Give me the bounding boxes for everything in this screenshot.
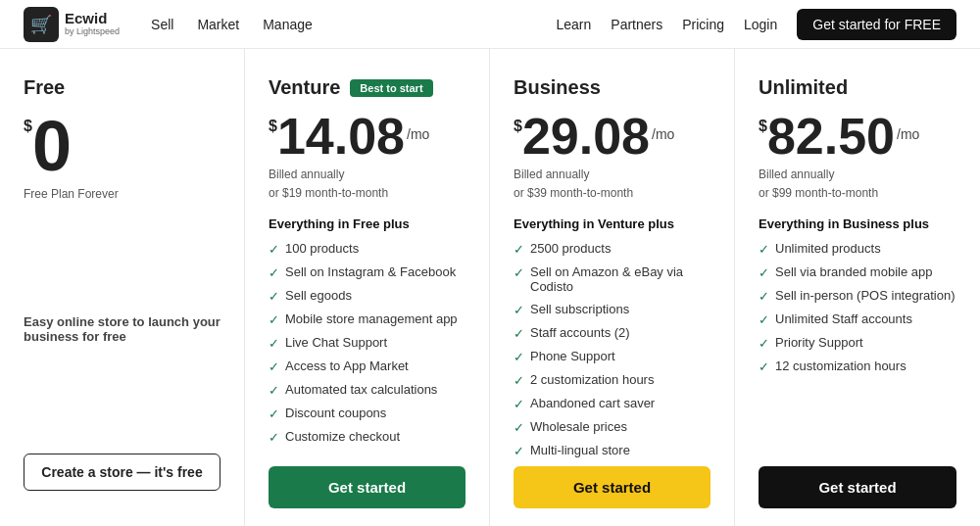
plan-business-billing: Billed annually or $39 month-to-month: [514, 166, 710, 203]
plan-free-billing: Free Plan Forever: [24, 185, 220, 204]
list-item: ✓Mobile store management app: [269, 311, 466, 327]
plan-business-name: Business: [514, 76, 710, 99]
nav-pricing[interactable]: Pricing: [682, 17, 724, 32]
plan-venture-features: ✓100 products ✓Sell on Instagram & Faceb…: [269, 241, 466, 466]
plan-unlimited-cta[interactable]: Get started: [759, 466, 956, 508]
plan-business-dollar: $: [514, 119, 522, 134]
plan-venture-cta[interactable]: Get started: [269, 466, 466, 508]
list-item: ✓12 customization hours: [759, 359, 956, 374]
nav-links-left: Sell Market Manage: [151, 17, 313, 32]
list-item: ✓Sell on Amazon & eBay via Codisto: [514, 264, 710, 294]
plan-venture: Venture Best to start $ 14.08 /mo Billed…: [245, 49, 490, 526]
list-item: ✓100 products: [269, 241, 466, 257]
list-item: ✓Sell subscriptions: [514, 302, 710, 317]
plan-free-amount: 0: [32, 111, 72, 181]
plan-free-price-row: $ 0: [24, 111, 220, 181]
nav-get-started[interactable]: Get started for FREE: [797, 9, 956, 40]
plan-business-period: /mo: [652, 126, 674, 142]
nav-manage[interactable]: Manage: [263, 17, 313, 32]
plan-business: Business $ 29.08 /mo Billed annually or …: [490, 49, 735, 526]
plan-unlimited-period: /mo: [897, 126, 919, 142]
brand-name: Ecwid: [65, 11, 120, 27]
plan-venture-period: /mo: [407, 126, 429, 142]
list-item: ✓Abandoned cart saver: [514, 396, 710, 411]
plan-unlimited-dollar: $: [759, 119, 767, 134]
plan-unlimited-features-title: Everything in Business plus: [759, 216, 956, 231]
list-item: ✓Unlimited products: [759, 241, 956, 257]
nav-market[interactable]: Market: [197, 17, 239, 32]
list-item: ✓Sell in-person (POS integration): [759, 288, 956, 304]
list-item: ✓Live Chat Support: [269, 335, 466, 351]
list-item: ✓2 customization hours: [514, 372, 710, 388]
plan-business-features-title: Everything in Venture plus: [514, 216, 710, 231]
list-item: ✓Discount coupons: [269, 406, 466, 421]
nav-sell[interactable]: Sell: [151, 17, 173, 32]
list-item: ✓Unlimited Staff accounts: [759, 311, 956, 327]
plan-free: Free $ 0 Free Plan Forever Easy online s…: [0, 49, 245, 526]
plan-venture-dollar: $: [269, 119, 277, 134]
plans-grid: Free $ 0 Free Plan Forever Easy online s…: [0, 49, 980, 526]
list-item: ✓Phone Support: [514, 349, 710, 364]
plan-business-price-row: $ 29.08 /mo: [514, 111, 710, 162]
list-item: ✓Automated tax calculations: [269, 382, 466, 398]
brand-sub: by Lightspeed: [65, 27, 120, 37]
list-item: ✓Staff accounts (2): [514, 325, 710, 341]
best-badge: Best to start: [350, 79, 432, 97]
list-item: ✓2500 products: [514, 241, 710, 257]
list-item: ✓Sell on Instagram & Facebook: [269, 264, 466, 280]
list-item: ✓Sell egoods: [269, 288, 466, 304]
plan-free-name: Free: [24, 76, 220, 99]
plan-unlimited-amount: 82.50: [767, 111, 895, 162]
nav-learn[interactable]: Learn: [556, 17, 591, 32]
plan-unlimited-price-row: $ 82.50 /mo: [759, 111, 956, 162]
plan-business-amount: 29.08: [522, 111, 650, 162]
nav-login[interactable]: Login: [744, 17, 777, 32]
list-item: ✓Multi-lingual store: [514, 443, 710, 458]
plan-business-cta[interactable]: Get started: [514, 466, 710, 508]
plan-venture-name: Venture Best to start: [269, 76, 466, 99]
nav-links-right: Learn Partners Pricing Login Get started…: [556, 9, 956, 40]
list-item: ✓Sell via branded mobile app: [759, 264, 956, 280]
plan-free-tagline: Easy online store to launch your busines…: [24, 314, 220, 344]
logo[interactable]: 🛒 Ecwid by Lightspeed: [24, 7, 120, 42]
plan-unlimited-features: ✓Unlimited products ✓Sell via branded mo…: [759, 241, 956, 382]
list-item: ✓Access to App Market: [269, 359, 466, 374]
list-item: ✓Wholesale prices: [514, 419, 710, 435]
nav-partners[interactable]: Partners: [611, 17, 662, 32]
plan-venture-amount: 14.08: [277, 111, 405, 162]
logo-icon: 🛒: [24, 7, 59, 42]
plan-unlimited: Unlimited $ 82.50 /mo Billed annually or…: [735, 49, 980, 526]
main-nav: 🛒 Ecwid by Lightspeed Sell Market Manage…: [0, 0, 980, 49]
plan-unlimited-name: Unlimited: [759, 76, 956, 99]
plan-venture-billing: Billed annually or $19 month-to-month: [269, 166, 466, 203]
plan-venture-price-row: $ 14.08 /mo: [269, 111, 466, 162]
plan-free-cta[interactable]: Create a store — it's free: [24, 454, 220, 491]
list-item: ✓Customize checkout: [269, 429, 466, 445]
list-item: ✓Priority Support: [759, 335, 956, 351]
pricing-page: Free $ 0 Free Plan Forever Easy online s…: [0, 49, 980, 526]
plan-free-dollar: $: [24, 119, 32, 134]
plan-business-features: ✓2500 products ✓Sell on Amazon & eBay vi…: [514, 241, 710, 466]
plan-unlimited-billing: Billed annually or $99 month-to-month: [759, 166, 956, 203]
plan-venture-features-title: Everything in Free plus: [269, 216, 466, 231]
